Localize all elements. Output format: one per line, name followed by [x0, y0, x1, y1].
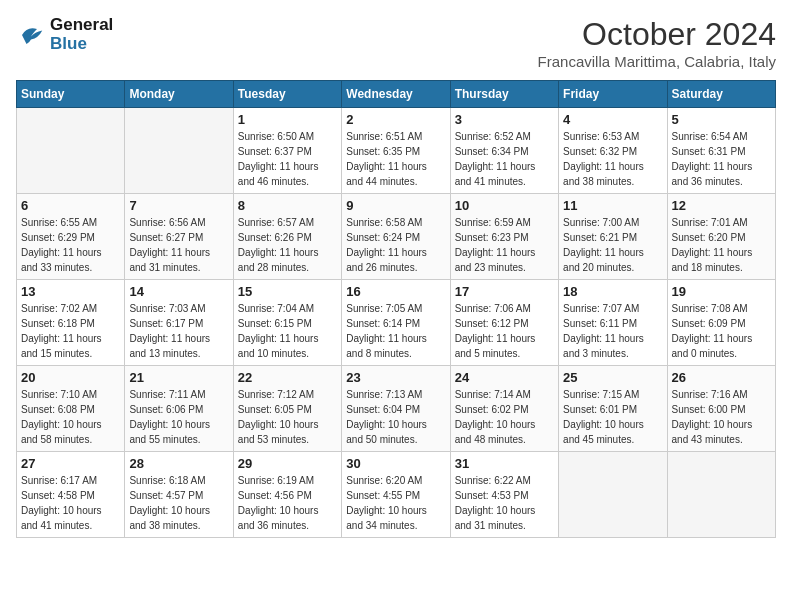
day-number: 1	[238, 112, 337, 127]
calendar-cell	[125, 108, 233, 194]
logo: General Blue	[16, 16, 113, 53]
weekday-header-saturday: Saturday	[667, 81, 775, 108]
day-detail: Sunrise: 6:56 AM Sunset: 6:27 PM Dayligh…	[129, 215, 228, 275]
calendar-cell: 18Sunrise: 7:07 AM Sunset: 6:11 PM Dayli…	[559, 280, 667, 366]
calendar-cell: 14Sunrise: 7:03 AM Sunset: 6:17 PM Dayli…	[125, 280, 233, 366]
calendar-cell: 5Sunrise: 6:54 AM Sunset: 6:31 PM Daylig…	[667, 108, 775, 194]
day-detail: Sunrise: 7:00 AM Sunset: 6:21 PM Dayligh…	[563, 215, 662, 275]
day-detail: Sunrise: 6:58 AM Sunset: 6:24 PM Dayligh…	[346, 215, 445, 275]
calendar-cell: 31Sunrise: 6:22 AM Sunset: 4:53 PM Dayli…	[450, 452, 558, 538]
day-number: 9	[346, 198, 445, 213]
logo-text-general: General	[50, 16, 113, 35]
calendar-cell: 29Sunrise: 6:19 AM Sunset: 4:56 PM Dayli…	[233, 452, 341, 538]
logo-text-blue: Blue	[50, 35, 113, 54]
calendar-week-2: 6Sunrise: 6:55 AM Sunset: 6:29 PM Daylig…	[17, 194, 776, 280]
day-detail: Sunrise: 7:12 AM Sunset: 6:05 PM Dayligh…	[238, 387, 337, 447]
day-number: 26	[672, 370, 771, 385]
calendar-cell: 1Sunrise: 6:50 AM Sunset: 6:37 PM Daylig…	[233, 108, 341, 194]
day-detail: Sunrise: 7:16 AM Sunset: 6:00 PM Dayligh…	[672, 387, 771, 447]
day-number: 2	[346, 112, 445, 127]
day-number: 22	[238, 370, 337, 385]
calendar-cell: 9Sunrise: 6:58 AM Sunset: 6:24 PM Daylig…	[342, 194, 450, 280]
day-number: 4	[563, 112, 662, 127]
calendar-cell: 26Sunrise: 7:16 AM Sunset: 6:00 PM Dayli…	[667, 366, 775, 452]
calendar-cell: 2Sunrise: 6:51 AM Sunset: 6:35 PM Daylig…	[342, 108, 450, 194]
calendar-cell: 17Sunrise: 7:06 AM Sunset: 6:12 PM Dayli…	[450, 280, 558, 366]
day-detail: Sunrise: 7:02 AM Sunset: 6:18 PM Dayligh…	[21, 301, 120, 361]
day-number: 14	[129, 284, 228, 299]
calendar-cell: 3Sunrise: 6:52 AM Sunset: 6:34 PM Daylig…	[450, 108, 558, 194]
day-number: 3	[455, 112, 554, 127]
day-detail: Sunrise: 6:17 AM Sunset: 4:58 PM Dayligh…	[21, 473, 120, 533]
weekday-header-monday: Monday	[125, 81, 233, 108]
calendar-cell: 6Sunrise: 6:55 AM Sunset: 6:29 PM Daylig…	[17, 194, 125, 280]
calendar-cell: 19Sunrise: 7:08 AM Sunset: 6:09 PM Dayli…	[667, 280, 775, 366]
calendar-body: 1Sunrise: 6:50 AM Sunset: 6:37 PM Daylig…	[17, 108, 776, 538]
weekday-header-sunday: Sunday	[17, 81, 125, 108]
calendar-cell: 25Sunrise: 7:15 AM Sunset: 6:01 PM Dayli…	[559, 366, 667, 452]
weekday-header-friday: Friday	[559, 81, 667, 108]
day-detail: Sunrise: 7:15 AM Sunset: 6:01 PM Dayligh…	[563, 387, 662, 447]
day-number: 8	[238, 198, 337, 213]
day-detail: Sunrise: 6:59 AM Sunset: 6:23 PM Dayligh…	[455, 215, 554, 275]
title-block: October 2024 Francavilla Marittima, Cala…	[538, 16, 776, 70]
day-number: 21	[129, 370, 228, 385]
day-detail: Sunrise: 6:57 AM Sunset: 6:26 PM Dayligh…	[238, 215, 337, 275]
weekday-header-tuesday: Tuesday	[233, 81, 341, 108]
calendar-cell: 12Sunrise: 7:01 AM Sunset: 6:20 PM Dayli…	[667, 194, 775, 280]
calendar-cell	[559, 452, 667, 538]
day-number: 23	[346, 370, 445, 385]
day-number: 18	[563, 284, 662, 299]
page-header: General Blue October 2024 Francavilla Ma…	[16, 16, 776, 70]
calendar-table: SundayMondayTuesdayWednesdayThursdayFrid…	[16, 80, 776, 538]
day-number: 7	[129, 198, 228, 213]
day-number: 25	[563, 370, 662, 385]
day-detail: Sunrise: 6:53 AM Sunset: 6:32 PM Dayligh…	[563, 129, 662, 189]
calendar-cell: 21Sunrise: 7:11 AM Sunset: 6:06 PM Dayli…	[125, 366, 233, 452]
day-number: 28	[129, 456, 228, 471]
day-detail: Sunrise: 7:01 AM Sunset: 6:20 PM Dayligh…	[672, 215, 771, 275]
day-number: 30	[346, 456, 445, 471]
day-detail: Sunrise: 7:14 AM Sunset: 6:02 PM Dayligh…	[455, 387, 554, 447]
day-detail: Sunrise: 7:08 AM Sunset: 6:09 PM Dayligh…	[672, 301, 771, 361]
day-number: 12	[672, 198, 771, 213]
calendar-cell: 7Sunrise: 6:56 AM Sunset: 6:27 PM Daylig…	[125, 194, 233, 280]
day-detail: Sunrise: 6:52 AM Sunset: 6:34 PM Dayligh…	[455, 129, 554, 189]
day-detail: Sunrise: 7:07 AM Sunset: 6:11 PM Dayligh…	[563, 301, 662, 361]
day-detail: Sunrise: 6:51 AM Sunset: 6:35 PM Dayligh…	[346, 129, 445, 189]
calendar-cell: 11Sunrise: 7:00 AM Sunset: 6:21 PM Dayli…	[559, 194, 667, 280]
day-number: 17	[455, 284, 554, 299]
day-number: 13	[21, 284, 120, 299]
location: Francavilla Marittima, Calabria, Italy	[538, 53, 776, 70]
calendar-cell: 13Sunrise: 7:02 AM Sunset: 6:18 PM Dayli…	[17, 280, 125, 366]
day-detail: Sunrise: 7:03 AM Sunset: 6:17 PM Dayligh…	[129, 301, 228, 361]
day-detail: Sunrise: 6:22 AM Sunset: 4:53 PM Dayligh…	[455, 473, 554, 533]
calendar-cell: 8Sunrise: 6:57 AM Sunset: 6:26 PM Daylig…	[233, 194, 341, 280]
day-number: 11	[563, 198, 662, 213]
day-detail: Sunrise: 7:10 AM Sunset: 6:08 PM Dayligh…	[21, 387, 120, 447]
day-detail: Sunrise: 6:55 AM Sunset: 6:29 PM Dayligh…	[21, 215, 120, 275]
day-number: 15	[238, 284, 337, 299]
day-number: 16	[346, 284, 445, 299]
day-detail: Sunrise: 7:04 AM Sunset: 6:15 PM Dayligh…	[238, 301, 337, 361]
day-detail: Sunrise: 7:13 AM Sunset: 6:04 PM Dayligh…	[346, 387, 445, 447]
calendar-cell: 22Sunrise: 7:12 AM Sunset: 6:05 PM Dayli…	[233, 366, 341, 452]
day-number: 5	[672, 112, 771, 127]
day-detail: Sunrise: 6:20 AM Sunset: 4:55 PM Dayligh…	[346, 473, 445, 533]
calendar-cell: 24Sunrise: 7:14 AM Sunset: 6:02 PM Dayli…	[450, 366, 558, 452]
weekday-header-thursday: Thursday	[450, 81, 558, 108]
calendar-week-1: 1Sunrise: 6:50 AM Sunset: 6:37 PM Daylig…	[17, 108, 776, 194]
calendar-cell: 15Sunrise: 7:04 AM Sunset: 6:15 PM Dayli…	[233, 280, 341, 366]
day-detail: Sunrise: 7:11 AM Sunset: 6:06 PM Dayligh…	[129, 387, 228, 447]
logo-icon	[16, 20, 46, 50]
weekday-header-wednesday: Wednesday	[342, 81, 450, 108]
day-detail: Sunrise: 6:54 AM Sunset: 6:31 PM Dayligh…	[672, 129, 771, 189]
calendar-cell	[17, 108, 125, 194]
month-title: October 2024	[538, 16, 776, 53]
calendar-week-5: 27Sunrise: 6:17 AM Sunset: 4:58 PM Dayli…	[17, 452, 776, 538]
calendar-cell: 16Sunrise: 7:05 AM Sunset: 6:14 PM Dayli…	[342, 280, 450, 366]
calendar-cell: 20Sunrise: 7:10 AM Sunset: 6:08 PM Dayli…	[17, 366, 125, 452]
calendar-week-3: 13Sunrise: 7:02 AM Sunset: 6:18 PM Dayli…	[17, 280, 776, 366]
day-detail: Sunrise: 7:06 AM Sunset: 6:12 PM Dayligh…	[455, 301, 554, 361]
calendar-cell: 30Sunrise: 6:20 AM Sunset: 4:55 PM Dayli…	[342, 452, 450, 538]
